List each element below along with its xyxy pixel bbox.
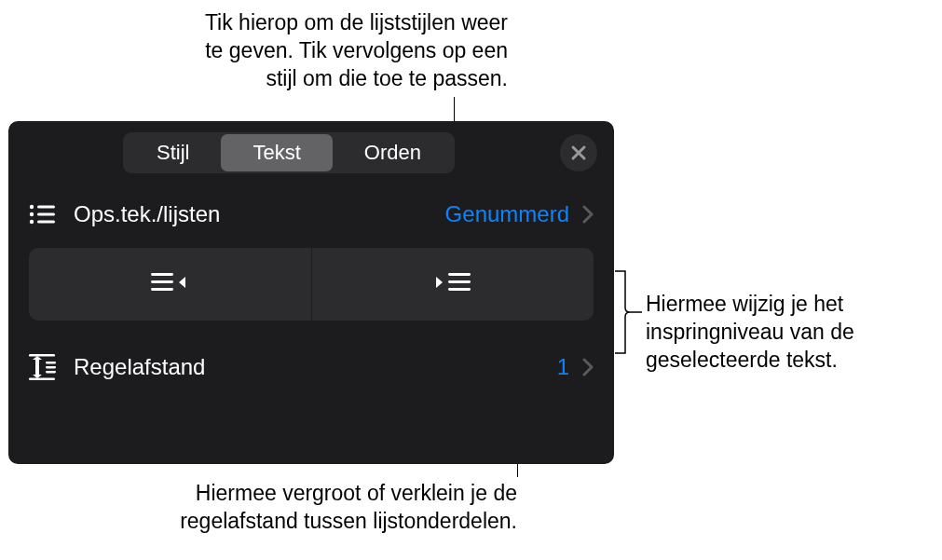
tab-segmented-control: Stijl Tekst Orden xyxy=(123,132,455,173)
svg-rect-7 xyxy=(151,280,173,283)
format-panel: Stijl Tekst Orden Ops.tek./lijsten Genum… xyxy=(8,121,614,464)
svg-rect-8 xyxy=(151,288,173,291)
svg-rect-3 xyxy=(37,212,55,215)
indent-button-group xyxy=(29,248,594,321)
callout-bracket xyxy=(614,270,644,354)
svg-rect-13 xyxy=(29,377,55,380)
callout-right: Hiermee wijzig je het inspringniveau van… xyxy=(646,291,925,375)
callout-text: regelafstand tussen lijstonderdelen. xyxy=(98,508,517,536)
outdent-button[interactable] xyxy=(29,248,312,321)
callout-text: Tik hierop om de lijststijlen weer xyxy=(144,9,508,37)
chevron-right-icon xyxy=(582,205,594,224)
callout-bottom: Hiermee vergroot of verklein je de regel… xyxy=(98,480,517,536)
bullets-lists-row[interactable]: Ops.tek./lijsten Genummerd xyxy=(8,184,614,244)
callout-text: geselecteerde tekst. xyxy=(646,347,925,375)
callout-text: te geven. Tik vervolgens op een xyxy=(144,37,508,65)
svg-point-0 xyxy=(30,205,34,209)
line-spacing-row[interactable]: Regelafstand 1 xyxy=(8,337,614,397)
close-icon xyxy=(570,144,587,161)
indent-icon xyxy=(434,271,471,297)
svg-rect-10 xyxy=(448,280,471,283)
tab-text[interactable]: Tekst xyxy=(221,134,332,171)
svg-rect-1 xyxy=(37,205,55,208)
outdent-icon xyxy=(151,271,188,297)
svg-rect-16 xyxy=(46,371,56,373)
callout-text: Hiermee vergroot of verklein je de xyxy=(98,480,517,508)
svg-rect-9 xyxy=(448,273,471,276)
tab-style[interactable]: Stijl xyxy=(125,134,221,171)
line-spacing-icon xyxy=(29,354,74,380)
line-spacing-value: 1 xyxy=(557,354,569,380)
svg-rect-5 xyxy=(37,220,55,223)
indent-button[interactable] xyxy=(312,248,594,321)
callout-text: Hiermee wijzig je het xyxy=(646,291,925,319)
svg-rect-12 xyxy=(29,354,55,357)
svg-rect-15 xyxy=(46,366,56,368)
svg-point-2 xyxy=(30,212,34,216)
callout-top: Tik hierop om de lijststijlen weer te ge… xyxy=(144,9,508,93)
bullets-lists-value: Genummerd xyxy=(445,201,569,227)
panel-header: Stijl Tekst Orden xyxy=(8,121,614,184)
svg-point-4 xyxy=(30,220,34,224)
tab-order[interactable]: Orden xyxy=(333,134,453,171)
svg-rect-6 xyxy=(151,273,173,276)
list-icon xyxy=(29,203,74,225)
line-spacing-label: Regelafstand xyxy=(74,354,205,380)
svg-rect-14 xyxy=(46,362,56,363)
callout-text: stijl om die toe te passen. xyxy=(144,65,508,93)
callout-text: inspringniveau van de xyxy=(646,319,925,347)
close-button[interactable] xyxy=(560,134,597,171)
svg-rect-11 xyxy=(448,288,471,291)
bullets-lists-label: Ops.tek./lijsten xyxy=(74,201,220,227)
chevron-right-icon xyxy=(582,358,594,376)
